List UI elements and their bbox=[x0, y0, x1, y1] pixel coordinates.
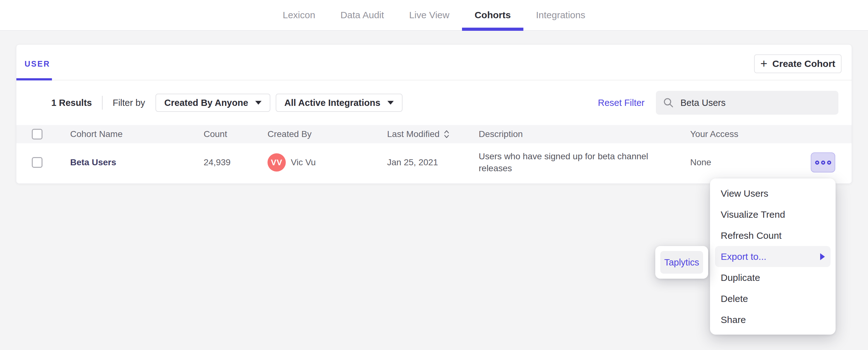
menu-item-delete[interactable]: Delete bbox=[715, 288, 831, 309]
created-by-name: Vic Vu bbox=[291, 158, 316, 168]
reset-filter-link[interactable]: Reset Filter bbox=[598, 98, 645, 108]
more-options-button[interactable] bbox=[811, 152, 835, 173]
select-all-checkbox[interactable] bbox=[32, 129, 42, 140]
chevron-down-icon bbox=[255, 101, 261, 105]
sort-icon[interactable] bbox=[443, 129, 450, 139]
cohort-count: 24,939 bbox=[204, 158, 231, 168]
submenu-item-taplytics[interactable]: Taplytics bbox=[660, 251, 703, 274]
tab-integrations[interactable]: Integrations bbox=[523, 0, 598, 30]
table-row: Beta Users 24,939 VV Vic Vu Jan 25, 2021… bbox=[17, 143, 851, 182]
header-last-modified-label: Last Modified bbox=[387, 129, 440, 139]
header-description: Description bbox=[479, 129, 523, 139]
tab-data-audit[interactable]: Data Audit bbox=[328, 0, 397, 30]
header-cohort-name: Cohort Name bbox=[70, 129, 123, 139]
create-cohort-label: Create Cohort bbox=[772, 59, 835, 69]
tab-user[interactable]: USER bbox=[25, 59, 50, 69]
export-submenu: Taplytics bbox=[655, 246, 708, 279]
results-count: 1 Results bbox=[51, 98, 92, 108]
created-by-dropdown[interactable]: Created By Anyone bbox=[155, 94, 270, 112]
menu-item-label: Delete bbox=[721, 293, 748, 304]
menu-item-label: Visualize Trend bbox=[721, 209, 785, 220]
search-input-value: Beta Users bbox=[680, 98, 725, 108]
tab-live-view[interactable]: Live View bbox=[397, 0, 462, 30]
menu-item-visualize-trend[interactable]: Visualize Trend bbox=[715, 204, 831, 225]
tab-live-view-label: Live View bbox=[409, 10, 450, 21]
header-your-access: Your Access bbox=[690, 129, 738, 139]
search-icon bbox=[663, 97, 674, 108]
search-input[interactable]: Beta Users bbox=[656, 91, 838, 115]
menu-item-label: Refresh Count bbox=[721, 230, 781, 241]
last-modified-value: Jan 25, 2021 bbox=[387, 158, 438, 168]
menu-item-refresh-count[interactable]: Refresh Count bbox=[715, 225, 831, 246]
integrations-dropdown[interactable]: All Active Integrations bbox=[276, 94, 403, 112]
cohorts-panel: USER + Create Cohort 1 Results Filter by… bbox=[16, 44, 852, 184]
submenu-arrow-icon bbox=[820, 253, 825, 260]
table-header: Cohort Name Count Created By Last Modifi… bbox=[17, 125, 851, 143]
plus-icon: + bbox=[761, 58, 767, 69]
tab-cohorts[interactable]: Cohorts bbox=[462, 0, 523, 30]
tab-data-audit-label: Data Audit bbox=[341, 10, 384, 21]
menu-item-export-to[interactable]: Export to... bbox=[715, 246, 831, 267]
tab-cohorts-label: Cohorts bbox=[474, 10, 511, 21]
created-by-cell: VV Vic Vu bbox=[268, 153, 316, 172]
menu-item-duplicate[interactable]: Duplicate bbox=[715, 267, 831, 288]
row-checkbox[interactable] bbox=[32, 157, 42, 168]
your-access-value: None bbox=[690, 158, 711, 168]
menu-item-share[interactable]: Share bbox=[715, 309, 831, 330]
vertical-divider bbox=[102, 96, 102, 110]
menu-item-label: Export to... bbox=[721, 251, 766, 262]
create-cohort-button[interactable]: + Create Cohort bbox=[754, 55, 842, 73]
header-created-by: Created By bbox=[268, 129, 312, 139]
menu-item-view-users[interactable]: View Users bbox=[715, 183, 831, 204]
tab-lexicon[interactable]: Lexicon bbox=[270, 0, 328, 30]
header-last-modified[interactable]: Last Modified bbox=[387, 129, 450, 139]
more-options-icon bbox=[815, 161, 819, 165]
filter-bar: 1 Results Filter by Created By Anyone Al… bbox=[17, 80, 851, 125]
description-value: Users who have signed up for beta channe… bbox=[479, 150, 674, 174]
filter-by-label: Filter by bbox=[113, 98, 145, 108]
tab-integrations-label: Integrations bbox=[536, 10, 585, 21]
avatar: VV bbox=[268, 153, 286, 172]
row-context-menu: View Users Visualize Trend Refresh Count… bbox=[710, 178, 836, 335]
active-tab-underline bbox=[462, 28, 523, 31]
menu-item-label: Share bbox=[721, 315, 746, 325]
chevron-down-icon bbox=[388, 101, 394, 105]
integrations-dropdown-value: All Active Integrations bbox=[284, 98, 380, 108]
submenu-item-label: Taplytics bbox=[664, 257, 699, 268]
tab-lexicon-label: Lexicon bbox=[283, 10, 315, 21]
menu-item-label: View Users bbox=[721, 188, 768, 199]
header-count: Count bbox=[204, 129, 227, 139]
menu-item-label: Duplicate bbox=[721, 272, 760, 283]
top-navigation: Lexicon Data Audit Live View Cohorts Int… bbox=[0, 0, 868, 31]
panel-tabstrip: USER + Create Cohort bbox=[17, 45, 851, 80]
created-by-dropdown-value: Created By Anyone bbox=[164, 98, 248, 108]
user-tab-underline bbox=[17, 78, 52, 80]
cohort-name-link[interactable]: Beta Users bbox=[70, 158, 116, 168]
